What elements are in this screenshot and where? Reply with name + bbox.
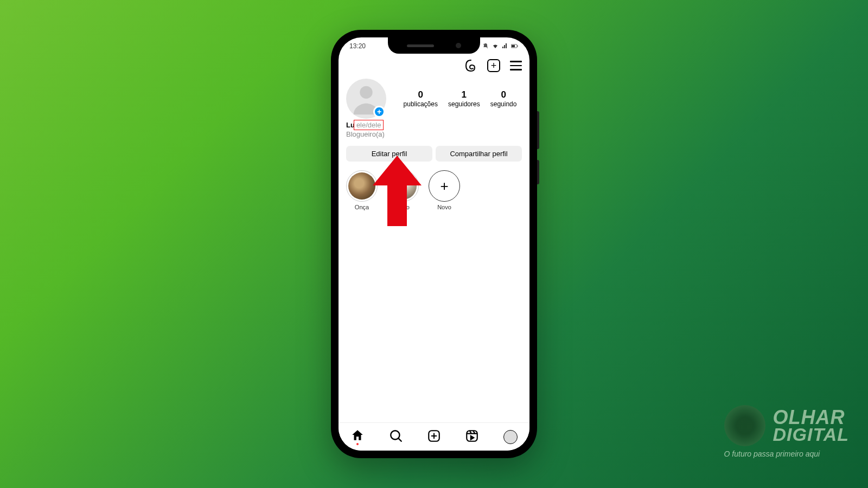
bell-off-icon — [482, 43, 489, 49]
menu-icon[interactable] — [510, 61, 522, 70]
profile-avatar[interactable]: + — [346, 79, 386, 119]
phone-frame: 13:20 + + 0 publicaçõ — [331, 30, 537, 458]
profile-header: + — [339, 55, 529, 74]
nav-profile-icon[interactable] — [503, 430, 518, 444]
svg-point-3 — [360, 86, 372, 99]
phone-notch — [388, 37, 480, 54]
battery-icon — [511, 43, 519, 49]
threads-icon[interactable] — [464, 59, 477, 72]
share-profile-button[interactable]: Compartilhar perfil — [436, 146, 522, 162]
bottom-nav — [339, 422, 529, 451]
posts-stat[interactable]: 0 publicações — [404, 89, 438, 108]
following-stat[interactable]: 0 seguindo — [490, 89, 517, 108]
wifi-icon — [492, 43, 499, 49]
svg-rect-1 — [518, 46, 518, 47]
nav-reels-icon[interactable] — [465, 429, 479, 445]
profile-action-buttons: Editar perfil Compartilhar perfil — [339, 143, 529, 165]
svg-rect-6 — [467, 431, 478, 441]
followers-stat[interactable]: 1 seguidores — [448, 89, 480, 108]
phone-screen: 13:20 + + 0 publicaçõ — [339, 37, 529, 451]
profile-category: Blogueiro(a) — [346, 130, 522, 138]
highlight-onca[interactable]: Onça — [346, 170, 378, 210]
create-post-button[interactable]: + — [487, 59, 500, 72]
profile-pronoun[interactable]: ele/dele — [354, 120, 384, 130]
profile-bio: Luele/dele Blogueiro(a) — [339, 119, 529, 143]
profile-stats-row: + 0 publicações 1 seguidores 0 seguindo — [339, 74, 529, 119]
nav-search-icon[interactable] — [389, 429, 403, 445]
watermark-icon — [724, 405, 765, 446]
status-time: 13:20 — [349, 42, 366, 50]
nav-home-icon[interactable] — [350, 428, 365, 445]
edit-profile-button[interactable]: Editar perfil — [346, 146, 432, 162]
nav-create-icon[interactable] — [427, 429, 441, 445]
signal-icon — [501, 43, 509, 49]
add-story-badge[interactable]: + — [373, 106, 385, 118]
svg-rect-2 — [512, 45, 515, 47]
watermark-logo: OLHAR DIGITAL O futuro passa primeiro aq… — [724, 405, 849, 458]
phone-side-button — [537, 111, 539, 149]
story-highlights: Onça Gato + Novo — [339, 165, 529, 216]
phone-side-button — [537, 160, 539, 184]
status-icons — [482, 43, 519, 49]
highlight-gato[interactable]: Gato — [387, 170, 419, 210]
highlight-new[interactable]: + Novo — [429, 170, 460, 210]
